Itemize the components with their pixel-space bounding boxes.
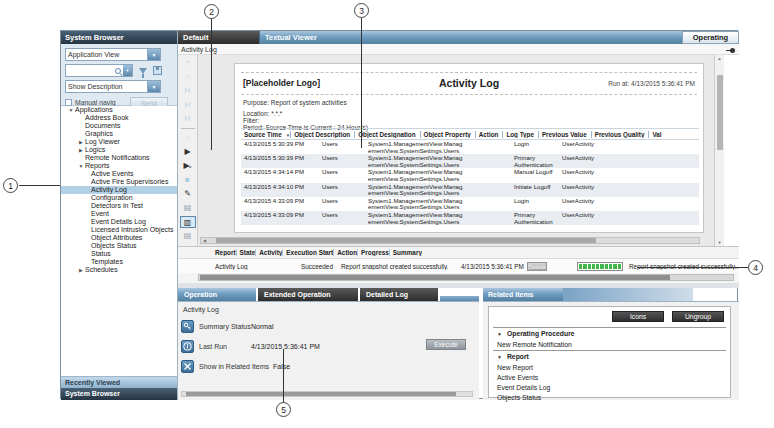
- table-row[interactable]: 4/13/2015 5:30:39 PM Users System1.Manag…: [241, 154, 699, 168]
- tree-item[interactable]: Log Viewer: [61, 138, 177, 146]
- column-header[interactable]: Log Type: [502, 131, 538, 138]
- run-report-icon[interactable]: ▶: [180, 146, 196, 158]
- column-header[interactable]: Action: [475, 131, 503, 138]
- scrollbar-thumb[interactable]: [186, 392, 456, 396]
- filter-icon[interactable]: [139, 68, 147, 74]
- x-icon[interactable]: [181, 360, 194, 373]
- column-header[interactable]: Previous Value: [538, 131, 591, 138]
- export-pdf-icon[interactable]: ▤: [180, 202, 196, 214]
- snapshot-icon[interactable]: ▥: [180, 216, 196, 228]
- tab-textual-viewer[interactable]: Textual Viewer: [259, 31, 361, 44]
- related-item[interactable]: Objects Status: [493, 393, 726, 403]
- tree-item[interactable]: Remote Notifications: [61, 154, 177, 162]
- key-icon[interactable]: [181, 320, 194, 333]
- tree-item[interactable]: Objects Status: [61, 242, 177, 250]
- tree-expander-icon[interactable]: [77, 138, 85, 146]
- search-input-box[interactable]: ▼: [65, 64, 133, 77]
- column-header[interactable]: Object Designation: [354, 131, 419, 138]
- tree-item[interactable]: Reports: [61, 162, 177, 170]
- tree-item[interactable]: Activity Log: [61, 186, 177, 194]
- column-header[interactable]: Object Description: [290, 131, 354, 138]
- scroll-down-icon[interactable]: ▼: [715, 239, 724, 246]
- tab-detailed-log[interactable]: Detailed Log: [360, 288, 438, 301]
- tree-item[interactable]: Status: [61, 250, 177, 258]
- search-options-chevron-icon[interactable]: ▼: [123, 65, 132, 76]
- tree-item[interactable]: Address Book: [61, 114, 177, 122]
- tree-item[interactable]: Logics: [61, 146, 177, 154]
- tab-extended-operation[interactable]: Extended Operation: [258, 288, 358, 301]
- save-filter-icon[interactable]: [153, 66, 162, 75]
- tree-expander-icon[interactable]: [67, 106, 75, 114]
- manual-nav-checkbox[interactable]: [65, 99, 72, 106]
- table-row[interactable]: 4/13/2015 4:33:09 PM Users System1.Manag…: [241, 211, 699, 225]
- table-row[interactable]: 4/13/2015 5:30:39 PM Users System1.Manag…: [241, 140, 699, 154]
- description-selector[interactable]: Show Description ▼: [65, 80, 161, 93]
- search-icon[interactable]: [114, 67, 122, 75]
- scrollbar-thumb[interactable]: [717, 75, 723, 150]
- tree-item[interactable]: Detectors in Test: [61, 202, 177, 210]
- ungroup-button[interactable]: Ungroup: [672, 311, 724, 322]
- tree-item[interactable]: Event: [61, 210, 177, 218]
- tree-item[interactable]: Schedules: [61, 266, 177, 274]
- execution-row[interactable]: Activity Log Succeeded Report snapshot c…: [178, 259, 739, 273]
- column-header[interactable]: Previous Quality: [591, 131, 649, 138]
- column-header[interactable]: Val: [648, 131, 665, 138]
- page-footer-icon[interactable]: H: [180, 99, 196, 111]
- tab-default[interactable]: Default: [178, 31, 259, 44]
- info-icon[interactable]: [181, 340, 194, 353]
- table-row[interactable]: 4/13/2015 4:34:14 PM Users System1.Manag…: [241, 168, 699, 182]
- save-as-icon[interactable]: ▤: [180, 230, 196, 242]
- stop-icon[interactable]: ■: [180, 174, 196, 186]
- tree-expander-icon[interactable]: [77, 162, 85, 170]
- execution-scrollbar[interactable]: [198, 274, 734, 281]
- chevron-down-icon[interactable]: ▼: [147, 81, 160, 92]
- icons-button[interactable]: Icons: [612, 311, 664, 322]
- chevron-down-icon[interactable]: ▼: [147, 49, 160, 60]
- tree-item[interactable]: Templates: [61, 258, 177, 266]
- tree-item[interactable]: Object Attributes: [61, 234, 177, 242]
- related-item[interactable]: Operating Procedure: [493, 327, 726, 340]
- tree-item[interactable]: Documents: [61, 122, 177, 130]
- search-input[interactable]: [66, 66, 114, 76]
- view-selector[interactable]: Application View ▼: [65, 48, 161, 61]
- delete-button[interactable]: Delete: [527, 262, 547, 271]
- scrollbar-thumb[interactable]: [200, 275, 670, 280]
- system-browser-bar[interactable]: System Browser: [61, 388, 177, 400]
- page-setup-icon[interactable]: H: [180, 113, 196, 125]
- preview-icon[interactable]: ◔: [180, 57, 196, 69]
- tree-item[interactable]: Active Events: [61, 170, 177, 178]
- related-item[interactable]: Report: [493, 350, 726, 363]
- viewer-horizontal-scrollbar[interactable]: ◀: [200, 237, 700, 244]
- operating-mode-button[interactable]: Operating: [682, 31, 739, 44]
- execute-button[interactable]: Execute: [426, 339, 466, 350]
- column-header[interactable]: Object Property: [420, 131, 475, 138]
- scroll-up-icon[interactable]: ▲: [715, 55, 724, 62]
- related-item[interactable]: Active Events: [493, 373, 726, 383]
- tree-item[interactable]: Graphics: [61, 130, 177, 138]
- pin-icon[interactable]: [726, 48, 735, 53]
- related-item[interactable]: Event Details Log: [493, 383, 726, 393]
- status-icon[interactable]: ○: [180, 132, 196, 144]
- column-header[interactable]: Source Time▼: [241, 131, 290, 138]
- page-header-icon[interactable]: H: [180, 85, 196, 97]
- viewer-vertical-scrollbar[interactable]: ▲ ▼: [714, 55, 724, 246]
- tree-item[interactable]: Event Details Log: [61, 218, 177, 226]
- tree-item[interactable]: Licensed Intrusion Objects: [61, 226, 177, 234]
- tab-operation[interactable]: Operation: [178, 288, 256, 301]
- operation-scrollbar[interactable]: [181, 391, 473, 397]
- tree-expander-icon[interactable]: [77, 146, 85, 154]
- tree-expander-icon[interactable]: [77, 266, 85, 274]
- table-row[interactable]: 4/13/2015 4:34:10 PM Users System1.Manag…: [241, 183, 699, 197]
- recently-viewed-bar[interactable]: Recently Viewed: [61, 376, 177, 388]
- edit-icon[interactable]: ✎: [180, 188, 196, 200]
- related-item[interactable]: New Remote Notification: [493, 340, 726, 350]
- tree-item[interactable]: Applications: [61, 106, 177, 114]
- tree-item[interactable]: Configuration: [61, 194, 177, 202]
- tree-item[interactable]: Active Fire Supervisories: [61, 178, 177, 186]
- refresh-icon[interactable]: ○: [180, 71, 196, 83]
- scrollbar-thumb[interactable]: [216, 238, 596, 243]
- table-row[interactable]: 4/13/2015 4:33:09 PM Users System1.Manag…: [241, 197, 699, 211]
- scroll-left-icon[interactable]: ◀: [201, 237, 208, 244]
- tab-related-items[interactable]: Related Items: [483, 288, 563, 301]
- run-options-icon[interactable]: ▶▸: [180, 160, 196, 172]
